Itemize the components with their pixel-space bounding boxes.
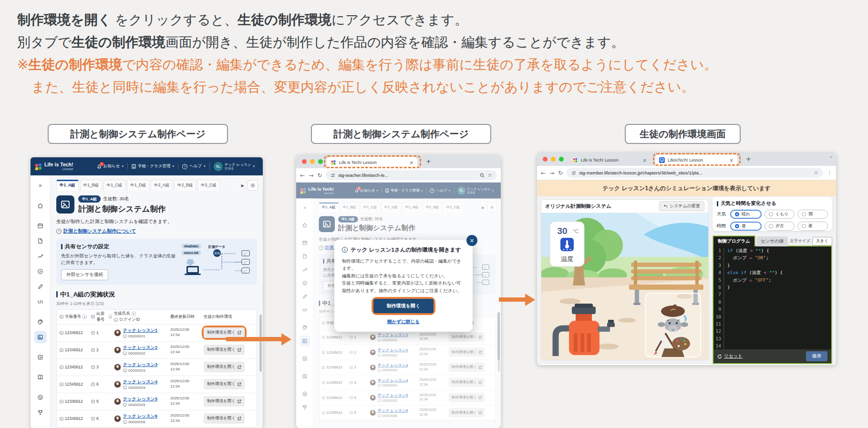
back-icon[interactable]: ← xyxy=(541,170,546,176)
sidebar-item-awards[interactable] xyxy=(34,406,47,418)
intro-line-2: 別タブで生徒の制作環境画面が開き、生徒が制作した作品の内容を確認・編集することが… xyxy=(17,31,717,53)
nav-help[interactable]: ? ヘルプ▾ xyxy=(178,163,209,169)
open-production-env-button[interactable]: 制作環境を開く xyxy=(204,345,245,355)
home-icon xyxy=(37,203,43,209)
close-window-icon[interactable] xyxy=(302,159,307,164)
roster-icon xyxy=(91,348,95,352)
close-tab-icon[interactable]: × xyxy=(643,158,647,163)
sidebar-item-productions[interactable] xyxy=(34,331,47,343)
weather-option-sunny[interactable]: 晴れ xyxy=(730,210,762,219)
open-production-env-button[interactable]: 制作環境を開く xyxy=(204,379,245,389)
code-line: 2 ポンプ = "ON"; xyxy=(713,255,831,262)
time-option-day[interactable]: 昼 xyxy=(730,222,762,231)
change-system-button[interactable]: システムの変更 xyxy=(659,201,704,211)
browser-menu-icon[interactable]: ⋮ xyxy=(827,170,832,176)
student-name-link[interactable]: テック レッスン4 xyxy=(123,379,157,384)
tab-sensor-values[interactable]: センサの値 xyxy=(756,236,788,246)
return-arrow-icon xyxy=(663,204,668,208)
minimize-window-icon[interactable] xyxy=(551,157,556,162)
window-controls[interactable] xyxy=(302,159,323,164)
address-bar[interactable]: stg-member.lifeistech-lesson.jp/chapters… xyxy=(567,168,823,178)
new-tab-button[interactable]: + xyxy=(746,155,751,163)
sidebar-item-design[interactable] xyxy=(34,316,47,328)
open-production-env-button[interactable]: 制作環境を開く xyxy=(204,327,245,338)
tab-class-2A[interactable]: 中2_A組 xyxy=(151,180,173,191)
tabs-scroll-icon[interactable]: ▶ xyxy=(240,183,246,188)
close-window-icon[interactable] xyxy=(543,157,548,162)
student-name-link[interactable]: テック レッスン2 xyxy=(123,345,157,350)
weather-option-rain[interactable]: 雨 xyxy=(797,210,828,219)
sidebar-collapse-icon[interactable]: » xyxy=(34,179,47,192)
filter-icon[interactable]: ▾ xyxy=(132,312,136,316)
zoom-icon[interactable] xyxy=(480,173,485,178)
maximize-window-icon[interactable] xyxy=(559,157,564,162)
bookmark-star-icon[interactable]: ☆ xyxy=(814,170,818,176)
forward-icon[interactable]: → xyxy=(309,172,313,179)
external-link-icon xyxy=(238,331,241,335)
address-bar[interactable]: stg-teacher.lifeistech-le... ☆ xyxy=(326,170,497,180)
reload-icon[interactable]: ↻ xyxy=(317,172,322,179)
minimize-window-icon[interactable] xyxy=(310,159,315,164)
sidebar-item-edit[interactable] xyxy=(34,280,47,293)
time-option-night[interactable]: 夜 xyxy=(797,222,828,231)
sidebar-item-progress[interactable] xyxy=(34,250,47,262)
about-link[interactable]: 計測と制御システム制作について xyxy=(63,228,136,234)
tab-class-1B[interactable]: 中1_B組 xyxy=(80,180,102,191)
sidebar-item-check[interactable] xyxy=(34,265,47,277)
nav-user-menu[interactable]: TL テック レッスン 管理者 ▾ xyxy=(209,162,258,171)
student-name-link[interactable]: テック レッスン5 xyxy=(123,397,157,401)
connect-sensor-button[interactable]: 外部センサを接続 xyxy=(61,269,108,280)
student-name-link[interactable]: テック レッスン6 xyxy=(123,414,157,418)
intro-line-1: 制作環境を開く をクリックすると、生徒の制作環境にアクセスできます。 xyxy=(17,9,717,31)
forward-icon[interactable]: → xyxy=(549,170,554,176)
sidebar-item-home[interactable] xyxy=(34,199,47,212)
open-production-env-button[interactable]: 制作環境を開く xyxy=(204,362,245,372)
student-name-link[interactable]: テック レッスン3 xyxy=(123,362,157,367)
window-controls[interactable] xyxy=(543,157,564,162)
save-button[interactable]: 保存 xyxy=(806,351,827,361)
reload-icon[interactable]: ↻ xyxy=(558,170,563,176)
sidebar-item-code[interactable] xyxy=(34,296,47,308)
bookmark-star-icon[interactable]: ☆ xyxy=(487,172,492,178)
modal-open-env-button[interactable]: 制作環境を開く xyxy=(373,299,434,313)
tab-class-1A[interactable]: 中1_A組 xyxy=(56,180,79,191)
sidebar-item-calendar[interactable] xyxy=(34,219,47,232)
site-settings-icon[interactable] xyxy=(331,173,335,178)
filter-icon[interactable]: ▾ xyxy=(83,315,87,319)
section-label-left: 計測と制御システム制作ページ xyxy=(48,124,228,144)
sidebar-item-analytics[interactable] xyxy=(34,351,47,363)
code-editor[interactable]: 1if (温度 > **) {2 ポンプ = "ON";3}4else if (… xyxy=(713,245,832,364)
weather-option-cloudy[interactable]: くもり xyxy=(765,210,795,219)
scrollbar-thumb[interactable] xyxy=(497,312,500,360)
new-tab-button[interactable]: + xyxy=(426,158,431,165)
reset-link[interactable]: リセット xyxy=(717,353,743,359)
back-icon[interactable]: ← xyxy=(300,172,305,179)
tabs-settings-button[interactable] xyxy=(248,180,258,191)
site-settings-icon[interactable] xyxy=(571,171,576,175)
sidebar-item-document[interactable] xyxy=(34,234,47,247)
time-option-evening[interactable]: 夕方 xyxy=(765,222,795,231)
maximize-window-icon[interactable] xyxy=(318,159,323,164)
font-size-larger-button[interactable]: 大きく xyxy=(812,237,832,245)
student-name-link[interactable]: テック レッスン1 xyxy=(123,328,157,333)
open-production-env-button[interactable]: 制作環境を開く xyxy=(204,396,245,407)
tab-class-1D[interactable]: 中1_D組 xyxy=(127,180,149,191)
open-production-env-button[interactable]: 制作環境を開く xyxy=(204,413,245,424)
tab-class-2B[interactable]: 中2_B組 xyxy=(174,180,196,191)
tab-class-2C[interactable]: 中2_C組 xyxy=(197,180,220,191)
user-role: 管理者 xyxy=(225,167,251,171)
nav-notifications[interactable]: 5 お知らせ▾ xyxy=(93,163,127,169)
filter-icon[interactable]: ▾ xyxy=(109,315,112,319)
scrollbar-thumb[interactable] xyxy=(259,315,262,372)
tab-class-1C[interactable]: 中1_C組 xyxy=(103,180,126,191)
code-panel: 制御プログラム センサの値 文字サイズ 大きく 1if (温度 > **) {2… xyxy=(713,235,832,364)
tab-search-caret-icon[interactable]: ˅ xyxy=(830,156,832,162)
chevron-down-icon: ▾ xyxy=(204,164,206,168)
close-without-opening-link[interactable]: 開かずに閉じる xyxy=(387,319,420,324)
browser-tab-teacher[interactable]: Life is Tech! Lesson × xyxy=(568,154,651,166)
sidebar-item-feedback[interactable] xyxy=(34,391,47,403)
modal-close-button[interactable]: × xyxy=(466,235,477,246)
nav-school-class[interactable]: 学校・クラス管理▾ xyxy=(127,163,178,169)
sidebar-item-library[interactable] xyxy=(34,371,47,383)
tab-control-program[interactable]: 制御プログラム xyxy=(713,235,755,246)
